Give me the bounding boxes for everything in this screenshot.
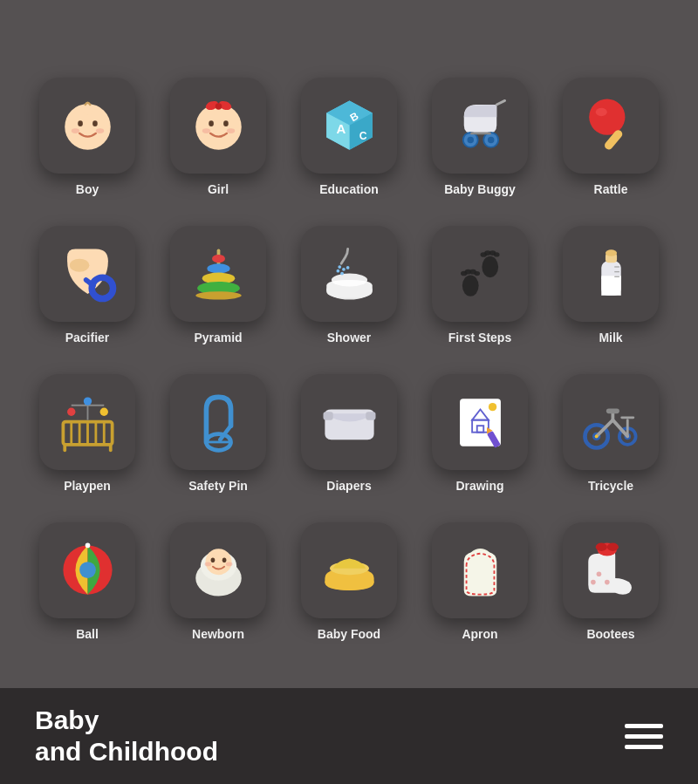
icon-item-pyramid[interactable]: Pyramid bbox=[157, 205, 279, 344]
svg-point-76 bbox=[83, 397, 91, 405]
icon-item-rattle[interactable]: Rattle bbox=[550, 57, 672, 196]
icon-label-shower: Shower bbox=[327, 331, 372, 344]
svg-point-1 bbox=[81, 103, 92, 114]
svg-point-4 bbox=[92, 120, 98, 126]
svg-point-13 bbox=[202, 128, 209, 133]
hamburger-menu[interactable] bbox=[625, 724, 663, 749]
svg-point-51 bbox=[474, 271, 480, 276]
svg-point-56 bbox=[493, 252, 499, 256]
svg-point-14 bbox=[226, 128, 234, 133]
svg-point-43 bbox=[342, 268, 346, 271]
icon-circle-diapers bbox=[301, 374, 397, 470]
icon-item-baby-buggy[interactable]: Baby Buggy bbox=[419, 57, 541, 196]
svg-point-115 bbox=[606, 543, 618, 551]
main-content: Boy bbox=[0, 0, 698, 688]
icon-circle-shower bbox=[301, 226, 397, 322]
svg-point-109 bbox=[204, 562, 211, 567]
svg-point-107 bbox=[210, 557, 215, 562]
icon-circle-playpen bbox=[39, 374, 135, 470]
hamburger-line-2 bbox=[625, 734, 663, 739]
icon-item-apron[interactable]: Apron bbox=[419, 501, 541, 641]
icon-label-pyramid: Pyramid bbox=[194, 331, 242, 344]
svg-point-44 bbox=[346, 266, 349, 269]
icon-item-tricycle[interactable]: Tricycle bbox=[550, 353, 672, 493]
icon-item-playpen[interactable]: Playpen bbox=[26, 353, 148, 493]
icon-item-drawing[interactable]: Drawing bbox=[419, 353, 541, 493]
icon-circle-rattle bbox=[563, 78, 659, 174]
icon-item-baby-food[interactable]: Baby Food bbox=[288, 501, 410, 641]
icon-item-first-steps[interactable]: First Steps bbox=[419, 205, 541, 344]
icon-item-girl[interactable]: Girl bbox=[157, 57, 279, 196]
icon-label-first-steps: First Steps bbox=[448, 331, 511, 344]
icon-label-tricycle: Tricycle bbox=[588, 479, 633, 493]
svg-text:A: A bbox=[336, 121, 346, 136]
icon-label-education: Education bbox=[319, 182, 379, 196]
svg-point-33 bbox=[69, 259, 89, 272]
svg-point-87 bbox=[488, 403, 496, 411]
icon-item-bootees[interactable]: Bootees bbox=[550, 501, 672, 641]
icon-circle-boy bbox=[39, 78, 135, 174]
footer: Babyand Childhood bbox=[0, 688, 698, 784]
icon-item-diapers[interactable]: Diapers bbox=[288, 353, 410, 493]
icon-label-girl: Girl bbox=[208, 182, 229, 196]
icon-circle-bootees bbox=[563, 522, 659, 618]
svg-point-7 bbox=[195, 104, 242, 150]
icon-circle-pyramid bbox=[170, 226, 266, 322]
icon-item-boy[interactable]: Boy bbox=[26, 57, 148, 196]
svg-point-77 bbox=[99, 408, 107, 416]
icon-circle-tricycle bbox=[563, 374, 659, 470]
icon-label-ball: Ball bbox=[76, 627, 99, 641]
svg-point-12 bbox=[223, 120, 229, 126]
icon-label-baby-buggy: Baby Buggy bbox=[444, 182, 516, 196]
svg-point-114 bbox=[595, 543, 606, 551]
svg-point-23 bbox=[467, 137, 474, 144]
svg-point-59 bbox=[605, 249, 616, 256]
icon-label-milk: Milk bbox=[599, 331, 622, 344]
icon-label-bootees: Bootees bbox=[586, 627, 634, 641]
icon-circle-newborn bbox=[170, 522, 266, 618]
icon-item-pacifier[interactable]: Pacifier bbox=[26, 205, 148, 344]
icon-circle-first-steps bbox=[432, 226, 528, 322]
icon-item-milk[interactable]: Milk bbox=[550, 205, 672, 344]
svg-point-25 bbox=[487, 137, 494, 144]
icon-label-rattle: Rattle bbox=[594, 182, 628, 196]
icon-label-safety-pin: Safety Pin bbox=[188, 479, 248, 493]
svg-line-27 bbox=[496, 100, 504, 105]
svg-point-5 bbox=[71, 128, 79, 133]
icon-label-diapers: Diapers bbox=[326, 479, 371, 493]
svg-point-108 bbox=[222, 557, 226, 562]
svg-line-94 bbox=[596, 420, 612, 437]
svg-rect-97 bbox=[606, 409, 619, 414]
icon-item-shower[interactable]: Shower bbox=[288, 205, 410, 344]
svg-point-103 bbox=[85, 543, 90, 549]
icon-circle-apron bbox=[432, 522, 528, 618]
svg-point-28 bbox=[589, 99, 625, 135]
icon-item-newborn[interactable]: Newborn bbox=[157, 501, 279, 641]
icon-circle-pacifier bbox=[39, 226, 135, 322]
icon-circle-safety-pin bbox=[170, 374, 266, 470]
icon-item-safety-pin[interactable]: Safety Pin bbox=[157, 353, 279, 493]
icon-label-drawing: Drawing bbox=[455, 479, 503, 493]
icon-label-newborn: Newborn bbox=[192, 627, 244, 641]
svg-point-75 bbox=[67, 408, 75, 416]
svg-point-31 bbox=[92, 277, 113, 298]
svg-point-6 bbox=[95, 128, 103, 133]
icon-circle-ball bbox=[39, 522, 135, 618]
svg-point-100 bbox=[594, 435, 598, 439]
svg-point-116 bbox=[596, 571, 601, 576]
svg-point-45 bbox=[336, 269, 339, 273]
svg-rect-81 bbox=[323, 412, 332, 419]
icon-item-ball[interactable]: Ball bbox=[26, 501, 148, 641]
svg-text:C: C bbox=[359, 130, 366, 142]
footer-title: Babyand Childhood bbox=[35, 705, 218, 767]
svg-rect-60 bbox=[601, 277, 621, 296]
icon-circle-girl bbox=[170, 78, 266, 174]
hamburger-line-1 bbox=[625, 724, 663, 728]
icon-label-apron: Apron bbox=[462, 627, 497, 641]
svg-point-106 bbox=[205, 549, 231, 575]
icon-label-baby-food: Baby Food bbox=[318, 627, 380, 641]
svg-point-39 bbox=[195, 291, 242, 299]
icon-circle-baby-buggy bbox=[432, 78, 528, 174]
svg-rect-82 bbox=[366, 412, 375, 419]
icon-item-education[interactable]: A B C Education bbox=[288, 57, 410, 196]
